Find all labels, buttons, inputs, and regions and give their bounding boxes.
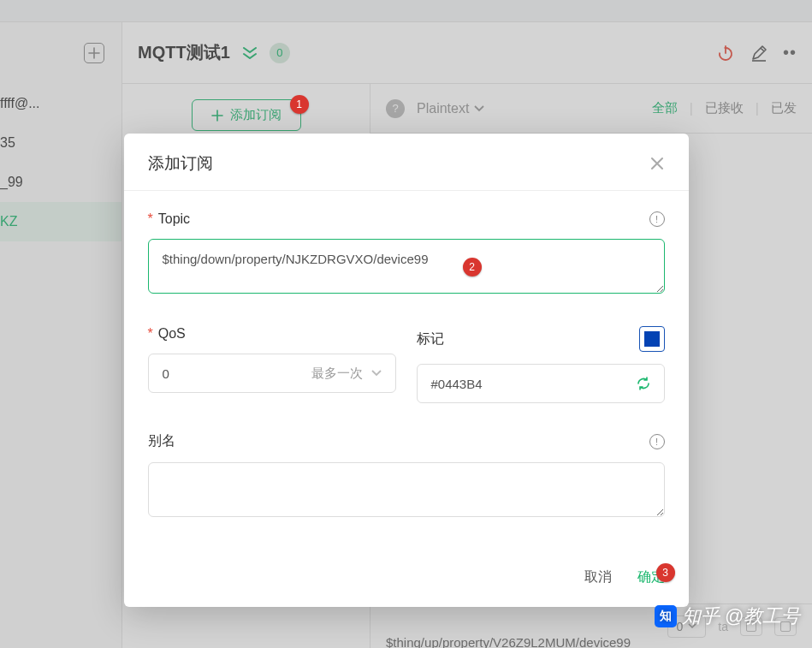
required-mark: * (148, 211, 153, 227)
mark-column: 标记 #0443B4 (417, 326, 665, 403)
close-button[interactable] (649, 156, 665, 171)
qos-value: 0 (163, 366, 169, 381)
alias-label-row: 别名 ! (148, 432, 665, 450)
cancel-button[interactable]: 取消 (584, 568, 612, 586)
add-subscription-dialog: 添加订阅 * Topic ! 2 (124, 134, 689, 607)
refresh-color-button[interactable] (637, 377, 650, 390)
qos-label: QoS (158, 326, 186, 342)
required-mark: * (148, 326, 153, 342)
color-input-row: #0443B4 (417, 364, 665, 403)
qos-text: 最多一次 (311, 366, 363, 382)
annotation-2: 2 (463, 258, 482, 276)
alias-input[interactable] (148, 462, 665, 517)
qos-mark-row: * QoS 0 最多一次 标记 (148, 326, 665, 403)
color-hex-value[interactable]: #0443B4 (431, 377, 483, 391)
alias-info-icon[interactable]: ! (649, 434, 665, 449)
dialog-header: 添加订阅 (124, 134, 689, 191)
refresh-icon (637, 377, 650, 390)
dialog-body: * Topic ! 2 * QoS 0 (124, 191, 689, 556)
mark-label-row: 标记 (417, 326, 665, 352)
topic-field-row: * Topic ! 2 (148, 211, 665, 297)
color-swatch-icon (644, 331, 660, 347)
topic-input[interactable] (148, 239, 665, 294)
topic-info-icon[interactable]: ! (649, 211, 665, 227)
qos-column: * QoS 0 最多一次 (148, 326, 396, 403)
annotation-3: 3 (656, 563, 675, 582)
dialog-footer: 取消 确定 3 (124, 556, 689, 607)
zhihu-icon: 知 (655, 605, 677, 627)
topic-label-row: * Topic ! (148, 211, 665, 227)
color-swatch-button[interactable] (639, 326, 665, 352)
chevron-down-icon (371, 370, 382, 377)
alias-field-row: 别名 ! (148, 432, 665, 520)
alias-label: 别名 (148, 432, 175, 450)
qos-label-row: * QoS (148, 326, 396, 342)
confirm-button[interactable]: 确定 3 (637, 568, 665, 586)
annotation-1: 1 (290, 95, 309, 114)
modal-overlay: 添加订阅 * Topic ! 2 (0, 0, 812, 648)
topic-label: Topic (158, 211, 190, 227)
watermark: 知 知乎 @教工号 (655, 603, 800, 629)
qos-select[interactable]: 0 最多一次 (148, 354, 396, 393)
close-icon (649, 156, 665, 171)
dialog-title: 添加订阅 (148, 152, 213, 175)
mark-label: 标记 (417, 330, 444, 348)
watermark-text: 知乎 @教工号 (682, 603, 800, 629)
